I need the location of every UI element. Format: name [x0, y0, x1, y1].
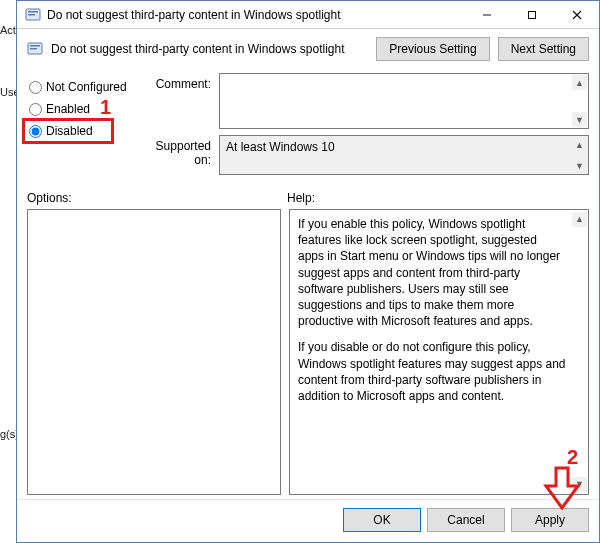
scroll-down-icon[interactable]: ▼	[572, 477, 587, 492]
policy-icon	[25, 7, 41, 23]
policy-icon	[27, 41, 43, 57]
radio-disabled[interactable]: Disabled	[27, 121, 139, 141]
cancel-button[interactable]: Cancel	[427, 508, 505, 532]
radio-enabled-input[interactable]	[29, 103, 42, 116]
previous-setting-button[interactable]: Previous Setting	[376, 37, 489, 61]
panes: If you enable this policy, Windows spotl…	[17, 207, 599, 499]
radio-not-configured[interactable]: Not Configured	[27, 77, 139, 97]
window-title: Do not suggest third-party content in Wi…	[47, 8, 464, 22]
panes-labels: Options: Help:	[17, 181, 599, 207]
help-pane: If you enable this policy, Windows spotl…	[289, 209, 589, 495]
help-label: Help:	[287, 191, 589, 205]
supported-on-box: At least Windows 10 ▲ ▼	[219, 135, 589, 175]
scroll-up-icon[interactable]: ▲	[572, 75, 587, 90]
dialog-header: Do not suggest third-party content in Wi…	[17, 29, 599, 69]
ok-button[interactable]: OK	[343, 508, 421, 532]
next-setting-button[interactable]: Next Setting	[498, 37, 589, 61]
supported-on-value: At least Windows 10	[220, 136, 588, 158]
help-paragraph-1: If you enable this policy, Windows spotl…	[298, 216, 566, 329]
scroll-up-icon[interactable]: ▲	[572, 137, 587, 152]
state-radio-group: Not Configured Enabled Disabled	[27, 73, 139, 181]
help-paragraph-2: If you disable or do not configure this …	[298, 339, 566, 404]
close-button[interactable]	[554, 1, 599, 28]
options-pane	[27, 209, 281, 495]
comment-label: Comment:	[139, 73, 219, 129]
radio-disabled-input[interactable]	[29, 125, 42, 138]
svg-rect-5	[30, 45, 40, 47]
apply-button[interactable]: Apply	[511, 508, 589, 532]
gpo-setting-dialog: Do not suggest third-party content in Wi…	[16, 0, 600, 543]
supported-row: Supported on: At least Windows 10 ▲ ▼	[139, 135, 589, 175]
comment-row: Comment: ▲ ▼	[139, 73, 589, 129]
policy-title: Do not suggest third-party content in Wi…	[51, 42, 368, 56]
comment-textarea[interactable]: ▲ ▼	[219, 73, 589, 129]
svg-rect-3	[528, 11, 535, 18]
scroll-up-icon[interactable]: ▲	[572, 212, 587, 227]
title-bar: Do not suggest third-party content in Wi…	[17, 1, 599, 29]
maximize-button[interactable]	[509, 1, 554, 28]
radio-not-configured-input[interactable]	[29, 81, 42, 94]
dialog-footer: OK Cancel Apply	[17, 499, 599, 542]
radio-enabled[interactable]: Enabled	[27, 99, 139, 119]
svg-rect-1	[28, 11, 38, 13]
options-label: Options:	[27, 191, 287, 205]
scroll-down-icon[interactable]: ▼	[572, 158, 587, 173]
window-buttons	[464, 1, 599, 28]
svg-rect-2	[28, 14, 35, 16]
field-column: Comment: ▲ ▼ Supported on: At least Wind…	[139, 73, 589, 181]
radio-disabled-label: Disabled	[46, 124, 93, 138]
radio-not-configured-label: Not Configured	[46, 80, 127, 94]
scroll-down-icon[interactable]: ▼	[572, 112, 587, 127]
config-row: Not Configured Enabled Disabled Comment:…	[17, 69, 599, 181]
svg-rect-6	[30, 48, 37, 50]
supported-on-label: Supported on:	[139, 135, 219, 175]
radio-enabled-label: Enabled	[46, 102, 90, 116]
minimize-button[interactable]	[464, 1, 509, 28]
